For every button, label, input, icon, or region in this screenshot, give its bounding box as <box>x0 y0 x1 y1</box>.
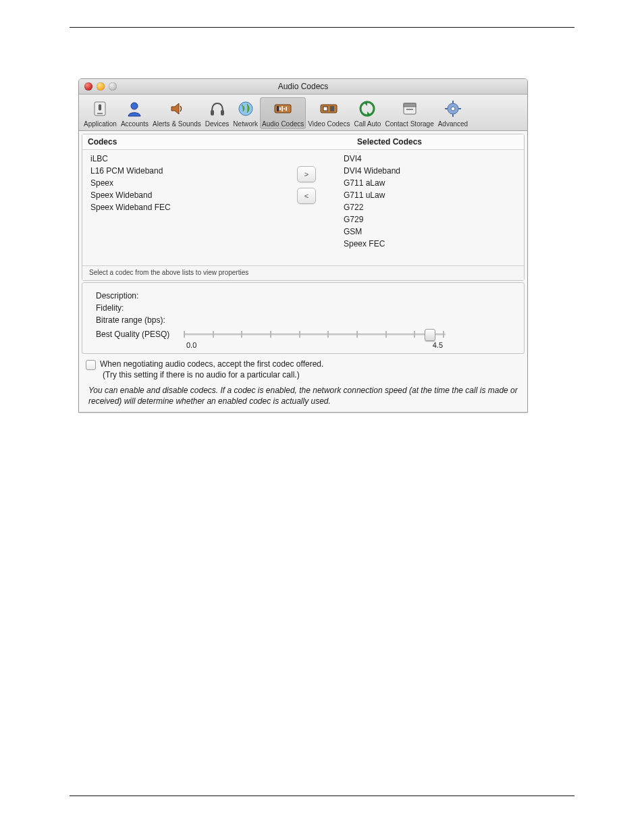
lists-body: iLBC L16 PCM Wideband Speex Speex Wideba… <box>82 150 524 265</box>
list-item[interactable]: iLBC <box>84 153 283 165</box>
checkbox-label: When negotiating audio codecs, accept th… <box>100 359 323 369</box>
quality-slider[interactable] <box>184 328 446 341</box>
slider-track <box>184 334 446 336</box>
svg-rect-10 <box>281 106 283 111</box>
list-item[interactable]: DVI4 <box>337 153 522 165</box>
tab-audio-codecs[interactable]: Audio Codecs <box>260 97 306 129</box>
list-item[interactable]: Speex Wideband <box>84 189 283 201</box>
chevron-left-icon: < <box>304 192 308 200</box>
list-item[interactable]: G711 aLaw <box>337 177 522 189</box>
tab-contact-storage[interactable]: Contact Storage <box>383 97 435 129</box>
available-codecs-list[interactable]: iLBC L16 PCM Wideband Speex Speex Wideba… <box>84 153 283 250</box>
tab-label: Devices <box>205 120 230 128</box>
tab-call-auto[interactable]: Call Auto <box>352 97 383 129</box>
transfer-buttons: > < <box>283 153 330 250</box>
svg-rect-14 <box>323 107 327 111</box>
remove-codec-button[interactable]: < <box>297 188 316 204</box>
zoom-icon[interactable] <box>109 82 117 90</box>
slider-thumb[interactable] <box>425 329 435 341</box>
bottom-rule <box>70 796 574 796</box>
globe-icon <box>236 99 256 119</box>
svg-rect-11 <box>284 108 285 109</box>
top-rule <box>70 27 574 28</box>
accept-first-codec-checkbox[interactable] <box>86 360 96 370</box>
preferences-window: Audio Codecs Application <box>78 78 528 413</box>
list-headers: Codecs Selected Codecs <box>82 134 524 150</box>
content-area: Codecs Selected Codecs iLBC L16 PCM Wide… <box>79 131 527 412</box>
list-item[interactable]: Speex <box>84 177 283 189</box>
bitrate-label: Bitrate range (bps): <box>96 315 165 325</box>
gear-icon <box>443 99 463 119</box>
quality-max: 4.5 <box>433 341 443 349</box>
checkbox-sublabel: (Try this setting if there is no audio f… <box>103 370 323 380</box>
tab-label: Contact Storage <box>385 120 433 128</box>
svg-point-20 <box>451 107 455 111</box>
svg-rect-1 <box>99 105 101 110</box>
titlebar: Audio Codecs <box>79 79 527 95</box>
tab-label: Accounts <box>121 120 149 128</box>
tab-alerts-sounds[interactable]: Alerts & Sounds <box>151 97 203 129</box>
svg-rect-18 <box>406 109 413 110</box>
window-controls <box>84 82 117 90</box>
application-icon <box>90 99 110 119</box>
quality-label: Best Quality (PESQ) <box>96 330 184 339</box>
tab-label: Alerts & Sounds <box>153 120 201 128</box>
preferences-toolbar: Application Accounts A <box>79 95 527 131</box>
svg-rect-12 <box>286 107 287 111</box>
chevron-right-icon: > <box>304 170 308 178</box>
headphones-icon <box>207 99 227 119</box>
quality-min: 0.0 <box>186 341 196 349</box>
storage-icon <box>400 99 420 119</box>
selected-codecs-list[interactable]: DVI4 DVI4 Wideband G711 aLaw G711 uLaw G… <box>330 153 522 250</box>
list-item[interactable]: Speex FEC <box>337 238 522 250</box>
description-label: Description: <box>96 291 184 301</box>
svg-rect-4 <box>211 110 214 115</box>
list-item[interactable]: G729 <box>337 213 522 226</box>
codec-hint: Select a codec from the above lists to v… <box>82 265 524 280</box>
tab-label: Network <box>233 120 258 128</box>
speaker-icon <box>167 99 187 119</box>
svg-rect-2 <box>97 113 103 114</box>
close-icon[interactable] <box>84 82 92 90</box>
tab-network[interactable]: Network <box>231 97 260 129</box>
available-codecs-header: Codecs <box>82 134 292 149</box>
list-item[interactable]: L16 PCM Wideband <box>84 165 283 177</box>
codec-lists-panel: Codecs Selected Codecs iLBC L16 PCM Wide… <box>82 134 525 281</box>
selected-codecs-header: Selected Codecs <box>350 134 524 149</box>
tab-advanced[interactable]: Advanced <box>436 97 470 129</box>
tab-label: Video Codecs <box>308 120 350 128</box>
list-item[interactable]: Speex Wideband FEC <box>84 201 283 213</box>
tab-label: Application <box>84 120 117 128</box>
fidelity-label: Fidelity: <box>96 303 184 313</box>
tab-video-codecs[interactable]: Video Codecs <box>306 97 352 129</box>
svg-point-6 <box>239 102 252 115</box>
codec-properties-panel: Description: Fidelity: Bitrate range (bp… <box>82 282 525 354</box>
window-title: Audio Codecs <box>278 82 329 91</box>
svg-point-3 <box>131 103 138 109</box>
tab-application[interactable]: Application <box>82 97 119 129</box>
person-icon <box>124 99 144 119</box>
spacer <box>292 134 350 149</box>
list-item[interactable]: GSM <box>337 226 522 238</box>
svg-rect-5 <box>221 110 224 115</box>
minimize-icon[interactable] <box>97 82 105 90</box>
accept-first-codec-row: When negotiating audio codecs, accept th… <box>86 359 525 380</box>
svg-rect-9 <box>279 107 281 110</box>
tab-accounts[interactable]: Accounts <box>119 97 151 129</box>
audio-codec-icon <box>273 99 293 119</box>
svg-rect-8 <box>277 106 279 111</box>
tab-devices[interactable]: Devices <box>203 97 232 129</box>
tab-label: Audio Codecs <box>262 120 304 128</box>
svg-rect-17 <box>404 103 416 107</box>
tab-label: Advanced <box>438 120 468 128</box>
list-item[interactable]: G711 uLaw <box>337 189 522 201</box>
list-item[interactable]: DVI4 Wideband <box>337 165 522 177</box>
add-codec-button[interactable]: > <box>297 166 316 182</box>
list-item[interactable]: G722 <box>337 201 522 213</box>
tab-label: Call Auto <box>354 120 381 128</box>
auto-icon <box>357 99 377 119</box>
footer-note: You can enable and disable codecs. If a … <box>88 385 518 407</box>
video-codec-icon <box>319 99 339 119</box>
